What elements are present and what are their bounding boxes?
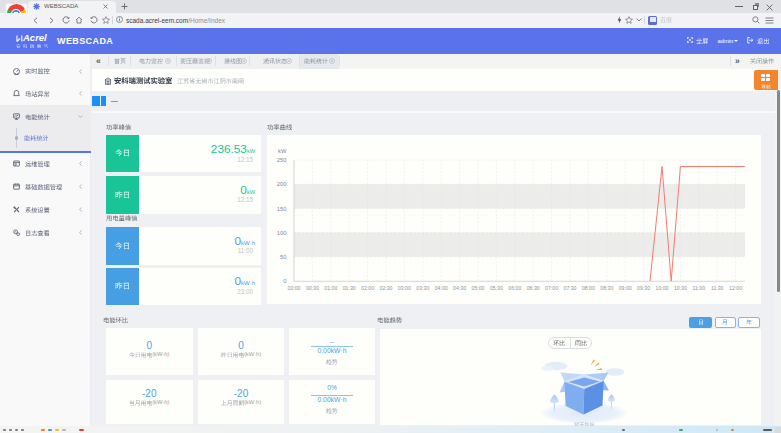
- svg-text:10:30: 10:30: [674, 285, 687, 291]
- svg-text:50: 50: [280, 254, 286, 260]
- svg-text:07:30: 07:30: [564, 285, 577, 291]
- svg-text:05:00: 05:00: [472, 285, 485, 291]
- svg-text:09:30: 09:30: [637, 285, 650, 291]
- svg-text:12:00: 12:00: [729, 285, 742, 291]
- svg-text:08:00: 08:00: [582, 285, 595, 291]
- svg-text:00:30: 00:30: [306, 285, 319, 291]
- svg-text:250: 250: [277, 157, 287, 163]
- svg-text:01:30: 01:30: [343, 285, 356, 291]
- svg-text:07:00: 07:00: [545, 285, 558, 291]
- svg-text:kW: kW: [278, 148, 287, 154]
- svg-text:08:30: 08:30: [600, 285, 613, 291]
- svg-text:0: 0: [283, 278, 286, 284]
- svg-text:03:30: 03:30: [416, 285, 429, 291]
- svg-text:02:30: 02:30: [380, 285, 393, 291]
- svg-text:04:00: 04:00: [435, 285, 448, 291]
- svg-text:03:00: 03:00: [398, 285, 411, 291]
- svg-text:06:00: 06:00: [508, 285, 521, 291]
- svg-text:11:00: 11:00: [692, 285, 705, 291]
- svg-text:11:30: 11:30: [711, 285, 724, 291]
- svg-text:02:00: 02:00: [361, 285, 374, 291]
- svg-text:04:30: 04:30: [453, 285, 466, 291]
- svg-text:150: 150: [277, 206, 287, 212]
- svg-text:05:30: 05:30: [490, 285, 503, 291]
- svg-text:100: 100: [277, 230, 287, 236]
- svg-text:06:30: 06:30: [527, 285, 540, 291]
- svg-text:00:00: 00:00: [288, 285, 301, 291]
- svg-text:10:00: 10:00: [656, 285, 669, 291]
- svg-text:200: 200: [277, 181, 287, 187]
- svg-text:01:00: 01:00: [324, 285, 337, 291]
- svg-text:09:00: 09:00: [619, 285, 632, 291]
